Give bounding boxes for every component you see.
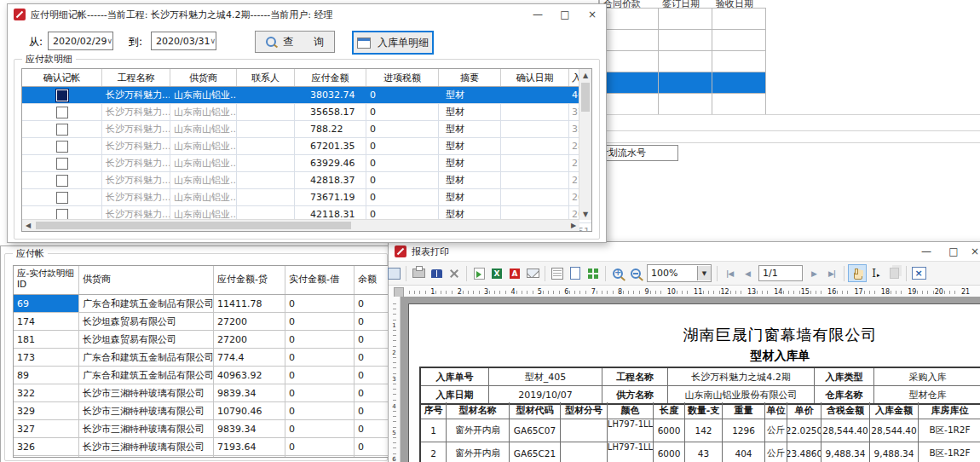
search-icon	[266, 37, 276, 47]
column-header-contact[interactable]: 联系人	[237, 69, 295, 86]
close-button[interactable]: ×	[579, 4, 606, 25]
app-icon	[14, 9, 26, 20]
minimize-button[interactable]: —	[913, 241, 940, 262]
design-icon[interactable]	[385, 265, 402, 281]
confirm-checkbox[interactable]	[56, 90, 68, 101]
zoom-out-icon[interactable]	[627, 265, 644, 281]
column-header-tax[interactable]: 进项税额	[366, 69, 439, 86]
table-row[interactable]: 长沙万科魅力... 山东南山铝业... 35658.17 0 型材 376	[22, 104, 591, 121]
report-preview-area[interactable]: 123456 湖南巨晟门窗幕墙有限公司 型材入库单 入库单号 型材_405 工程…	[389, 297, 980, 462]
confirm-checkbox[interactable]	[56, 158, 68, 170]
grid-header: 确认记帐 工程名称 供货商 联系人 应付金额 进项税额 摘要 确认日期 入库	[22, 69, 591, 87]
table-row[interactable]: 174 长沙坦森贸易有限公司 27200 0 0	[14, 313, 399, 331]
single-page-icon[interactable]	[567, 265, 584, 281]
table-row[interactable]: 69 广东合和建筑五金制品有限公司 11411.78 0 0	[14, 295, 399, 313]
scrollbar-thumb[interactable]	[581, 83, 590, 112]
multi-page-icon[interactable]	[585, 265, 602, 281]
table-row[interactable]: 326 长沙市三湘特种玻璃有限公司 7193.64 0 0	[14, 438, 399, 456]
horizontal-scrollbar[interactable]: ◀ ▶	[22, 219, 579, 231]
table-row[interactable]: 长沙万科魅力... 山东南山铝业... 38032.74 0 型材 405	[22, 87, 591, 104]
zoom-dropdown-arrow-icon[interactable]: ▼	[697, 266, 711, 280]
info-row: 入库日期 2019/10/07 供方名称 山东南山铝业股份有限公司 仓库名称 型…	[421, 386, 980, 403]
scroll-left-icon[interactable]: ◀	[22, 220, 34, 231]
table-row[interactable]: 89 广东合和建筑五金制品有限公司 40963.92 0 0	[14, 367, 399, 384]
divider	[598, 130, 980, 131]
table-row[interactable]: 173 广东合和建筑五金制品有限公司 774.4 0 0	[14, 349, 399, 367]
column-header-debit[interactable]: 实付金额-借	[285, 266, 355, 294]
scrollbar-thumb[interactable]	[36, 222, 351, 229]
column-header-id[interactable]: 应-实付款明细ID	[14, 266, 79, 294]
group-label: 应付帐	[13, 247, 48, 260]
chevron-down-icon[interactable]: ∨	[210, 37, 216, 45]
page-setup-book-icon[interactable]	[428, 265, 445, 281]
minimize-button[interactable]: —	[524, 4, 551, 25]
table-row[interactable]	[599, 72, 766, 93]
column-header-credit[interactable]: 应付金额-贷	[214, 266, 285, 294]
maximize-button[interactable]: □	[940, 241, 967, 262]
zoom-level-combo[interactable]: 100% ▼	[647, 264, 712, 282]
hand-tool-icon[interactable]	[848, 264, 867, 282]
table-row[interactable]: 长沙万科魅力... 山东南山铝业... 788.22 0 型材 358	[22, 121, 591, 138]
inbound-detail-button[interactable]: 入库单明细	[352, 31, 434, 55]
prev-page-icon[interactable]: ◀	[739, 265, 756, 281]
table-row[interactable]: 329 长沙市三湘特种玻璃有限公司 10790.46 0 0	[14, 402, 399, 420]
print-layout-icon[interactable]	[549, 265, 566, 281]
app-icon	[395, 245, 406, 257]
column-header-confirm[interactable]: 确认记帐	[22, 69, 102, 86]
table-row[interactable]: 181 长沙坦森贸易有限公司 27200 0 0	[14, 331, 399, 349]
column-header-supplier[interactable]: 供货商	[79, 266, 214, 294]
table-row[interactable]: 长沙万科魅力... 山东南山铝业... 63929.46 0 型材 276	[22, 155, 591, 172]
table-row[interactable]: 长沙市三湘特种玻璃有限公司	[14, 456, 399, 458]
export-pdf-icon[interactable]: A	[506, 265, 523, 281]
to-date-combo[interactable]: 2020/03/31 ∨	[151, 32, 216, 50]
plan-serial-field[interactable]: 计划流水号	[597, 145, 678, 161]
first-page-icon[interactable]: |◀	[721, 265, 738, 281]
print-icon[interactable]	[410, 265, 427, 281]
next-page-icon[interactable]: ▶	[805, 265, 822, 281]
confirm-checkbox[interactable]	[56, 141, 68, 153]
table-row[interactable]: 327 长沙市三湘特种玻璃有限公司 9839.34 0 0	[14, 420, 399, 438]
last-page-icon[interactable]: ▶|	[823, 265, 840, 281]
column-header-supplier[interactable]: 供货商	[170, 69, 237, 86]
close-button[interactable]: ×	[967, 241, 980, 262]
chevron-down-icon[interactable]: ∨	[107, 37, 112, 45]
send-mail-icon[interactable]	[524, 265, 541, 281]
report-window-titlebar[interactable]: 报表打印 — □ ×	[389, 242, 980, 261]
copy-icon[interactable]	[885, 265, 902, 281]
table-row[interactable]: 长沙万科魅力... 山东南山铝业... 42818.37 0 型材 275	[22, 172, 591, 189]
confirm-checkbox[interactable]	[56, 175, 68, 187]
table-row[interactable]	[599, 93, 766, 115]
table-row[interactable]	[599, 8, 766, 29]
column-header-amount[interactable]: 应付金额	[295, 69, 366, 86]
query-button[interactable]: 查 询	[255, 31, 335, 53]
export-icon[interactable]	[470, 265, 487, 281]
vertical-scrollbar[interactable]: ▲ ▼	[579, 69, 591, 220]
report-page: 湖南巨晟门窗幕墙有限公司 型材入库单 入库单号 型材_405 工程名称 长沙万科…	[408, 303, 980, 462]
column-header-confirm-date[interactable]: 确认日期	[501, 69, 569, 86]
scroll-down-icon[interactable]: ▼	[579, 208, 591, 220]
options-tools-icon[interactable]	[446, 265, 463, 281]
scroll-right-icon[interactable]: ▶	[568, 220, 579, 231]
confirm-checkbox[interactable]	[56, 192, 68, 204]
divider	[598, 114, 980, 115]
payable-detail-titlebar[interactable]: 应付明细记帐------当前工程: 长沙万科魅力之城4.2期------当前用户…	[8, 4, 606, 25]
text-select-icon[interactable]: I	[868, 265, 885, 281]
maximize-button[interactable]: □	[551, 4, 579, 25]
column-header-project[interactable]: 工程名称	[102, 69, 170, 86]
confirm-checkbox[interactable]	[56, 107, 68, 118]
table-row[interactable]	[599, 29, 766, 50]
close-preview-icon[interactable]: ×	[910, 265, 927, 281]
scroll-up-icon[interactable]: ▲	[579, 69, 591, 81]
page-indicator-field[interactable]: 1/1	[758, 265, 803, 281]
from-date-combo[interactable]: 2020/02/29 ∨	[48, 32, 113, 50]
zoom-in-icon[interactable]	[609, 265, 626, 281]
table-row[interactable]: 长沙万科魅力... 山东南山铝业... 67201.35 0 型材 283	[22, 138, 591, 155]
confirm-checkbox[interactable]	[56, 124, 68, 136]
table-row[interactable]	[599, 50, 766, 72]
from-date-value: 2020/02/29	[53, 36, 107, 47]
column-header-summary[interactable]: 摘要	[439, 69, 501, 86]
table-row[interactable]: 长沙万科魅力... 山东南山铝业... 73671.19 0 型材 266	[22, 189, 591, 206]
table-row[interactable]: 322 长沙市三湘特种玻璃有限公司 9839.34 0 0	[14, 384, 399, 402]
export-excel-icon[interactable]: X	[488, 265, 505, 281]
page-indicator-value: 1/1	[763, 268, 778, 279]
